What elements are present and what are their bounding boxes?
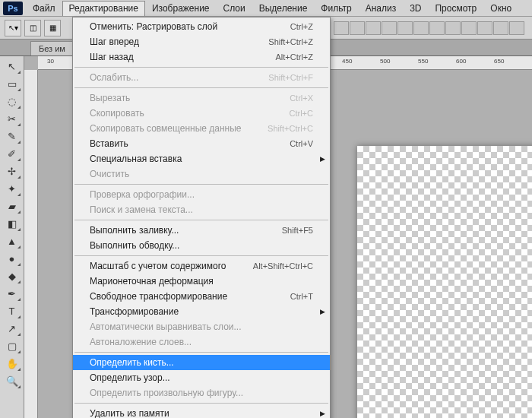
option-btn[interactable]: ▦ bbox=[44, 20, 61, 36]
align-btn[interactable] bbox=[509, 21, 524, 35]
document-tab[interactable]: Без им bbox=[30, 41, 74, 55]
align-btn[interactable] bbox=[493, 21, 508, 35]
menu-item[interactable]: Определить узор... bbox=[73, 370, 330, 385]
option-btn[interactable]: ◫ bbox=[24, 20, 41, 36]
tool-button[interactable]: ✐ bbox=[3, 145, 21, 162]
align-btn[interactable] bbox=[366, 21, 381, 35]
align-button-group bbox=[334, 21, 524, 35]
tool-button[interactable]: ↗ bbox=[3, 320, 21, 337]
tool-button[interactable]: ● bbox=[3, 250, 21, 267]
tool-button[interactable]: ✦ bbox=[3, 180, 21, 197]
menu-item-label: Отменить: Растрировать слой bbox=[90, 21, 217, 32]
toolbox: ↖▭◌✂✎✐✢✦▰◧▲●◆✒T↗▢✋🔍 bbox=[0, 56, 24, 418]
menu-выделение[interactable]: Выделение bbox=[252, 1, 315, 16]
tool-button[interactable]: 🔍 bbox=[3, 372, 21, 389]
menu-item-label: Вставить bbox=[90, 138, 128, 149]
align-btn[interactable] bbox=[382, 21, 397, 35]
menu-окно[interactable]: Окно bbox=[483, 1, 518, 16]
menu-слои[interactable]: Слои bbox=[217, 1, 252, 16]
menu-item[interactable]: Свободное трансформированиеCtrl+T bbox=[73, 289, 330, 304]
menu-item[interactable]: Выполнить заливку...Shift+F5 bbox=[73, 223, 330, 238]
tool-button[interactable]: ✢ bbox=[3, 163, 21, 179]
menu-shortcut: Shift+F5 bbox=[282, 226, 313, 235]
menu-shortcut: Ctrl+X bbox=[290, 93, 313, 103]
app-logo: Ps bbox=[3, 2, 23, 15]
menu-item[interactable]: Специальная вставка▶ bbox=[73, 151, 330, 166]
menu-файл[interactable]: Файл bbox=[26, 1, 62, 16]
document-canvas[interactable] bbox=[357, 146, 532, 418]
ruler-mark: 650 bbox=[494, 58, 504, 65]
menu-separator bbox=[74, 403, 328, 404]
menu-item[interactable]: Отменить: Растрировать слойCtrl+Z bbox=[73, 19, 330, 34]
tool-button[interactable]: ◌ bbox=[3, 93, 21, 109]
menu-item-label: Трансформирование bbox=[90, 306, 179, 317]
menu-shortcut: Alt+Ctrl+Z bbox=[275, 52, 313, 62]
menu-item-label: Определить узор... bbox=[90, 372, 170, 383]
menu-item: Автоналожение слоев... bbox=[73, 334, 330, 350]
menu-item-label: Шаг назад bbox=[90, 52, 134, 62]
tool-button[interactable]: ◆ bbox=[3, 268, 21, 284]
align-btn[interactable] bbox=[429, 21, 445, 35]
ruler-mark: 30 bbox=[47, 58, 54, 65]
menu-item: ВырезатьCtrl+X bbox=[73, 90, 330, 106]
tool-button[interactable]: ▲ bbox=[3, 233, 21, 249]
align-btn[interactable] bbox=[445, 21, 461, 35]
ruler-mark: 450 bbox=[342, 58, 352, 65]
menu-3d[interactable]: 3D bbox=[403, 1, 428, 16]
tool-button[interactable]: ✎ bbox=[3, 128, 21, 144]
menu-item[interactable]: Масштаб с учетом содержимогоAlt+Shift+Ct… bbox=[73, 258, 330, 274]
tool-button[interactable]: ▰ bbox=[3, 198, 21, 214]
menu-item[interactable]: Марионеточная деформация bbox=[73, 274, 330, 289]
menu-item-label: Масштаб с учетом содержимого bbox=[90, 261, 226, 271]
menu-shortcut: Alt+Shift+Ctrl+C bbox=[253, 261, 313, 271]
menu-item[interactable]: Определить кисть... bbox=[73, 355, 330, 370]
menu-item-label: Поиск и замена текста... bbox=[90, 204, 193, 215]
menu-item[interactable]: Шаг назадAlt+Ctrl+Z bbox=[73, 49, 330, 65]
menu-item[interactable]: Трансформирование▶ bbox=[73, 304, 330, 319]
tool-button[interactable]: ✒ bbox=[3, 285, 21, 302]
menu-item: Определить произвольную фигуру... bbox=[73, 385, 330, 401]
align-btn[interactable] bbox=[477, 21, 492, 35]
tool-button[interactable]: T bbox=[3, 302, 21, 319]
menu-item[interactable]: Шаг впередShift+Ctrl+Z bbox=[73, 34, 330, 49]
menu-просмотр[interactable]: Просмотр bbox=[428, 1, 483, 16]
menubar: Ps ФайлРедактированиеИзображениеСлоиВыде… bbox=[0, 0, 532, 17]
menu-item[interactable]: Выполнить обводку... bbox=[73, 238, 330, 253]
tool-button[interactable]: ✂ bbox=[3, 110, 21, 127]
menu-анализ[interactable]: Анализ bbox=[359, 1, 404, 16]
tool-button[interactable]: ✋ bbox=[3, 355, 21, 372]
tool-button[interactable]: ◧ bbox=[3, 215, 21, 232]
menu-item-label: Свободное трансформирование bbox=[90, 291, 227, 302]
align-btn[interactable] bbox=[334, 21, 349, 35]
ruler-mark: 600 bbox=[456, 58, 466, 65]
menu-изображение[interactable]: Изображение bbox=[145, 1, 217, 16]
menu-item-label: Ослабить... bbox=[90, 72, 138, 83]
menu-item-label: Специальная вставка bbox=[90, 154, 182, 164]
menu-item[interactable]: ВставитьCtrl+V bbox=[73, 136, 330, 151]
tool-button[interactable]: ▭ bbox=[3, 75, 21, 92]
menu-item: Очистить bbox=[73, 166, 330, 182]
ruler-vertical bbox=[24, 70, 38, 418]
align-btn[interactable] bbox=[461, 21, 477, 35]
align-btn[interactable] bbox=[350, 21, 365, 35]
menu-separator bbox=[74, 255, 328, 256]
menu-separator bbox=[74, 220, 328, 220]
submenu-arrow-icon: ▶ bbox=[320, 308, 325, 315]
menu-separator bbox=[74, 87, 328, 88]
menu-item-label: Очистить bbox=[90, 169, 129, 179]
menu-shortcut: Shift+Ctrl+Z bbox=[268, 37, 313, 46]
menu-item: СкопироватьCtrl+C bbox=[73, 106, 330, 121]
tool-button[interactable]: ▢ bbox=[3, 337, 21, 354]
tool-button[interactable]: ↖ bbox=[3, 58, 21, 74]
submenu-arrow-icon: ▶ bbox=[320, 410, 325, 417]
menu-item[interactable]: Удалить из памяти▶ bbox=[73, 406, 330, 418]
menu-shortcut: Ctrl+C bbox=[290, 109, 313, 118]
menu-item-label: Скопировать bbox=[90, 108, 144, 119]
align-btn[interactable] bbox=[397, 21, 413, 35]
align-btn[interactable] bbox=[413, 21, 429, 35]
menu-item-label: Вырезать bbox=[90, 93, 130, 103]
menu-редактирование[interactable]: Редактирование bbox=[62, 1, 145, 16]
menu-item-label: Удалить из памяти bbox=[90, 408, 169, 418]
tool-preset-icon[interactable]: ↖▾ bbox=[5, 20, 21, 36]
menu-фильтр[interactable]: Фильтр bbox=[314, 1, 358, 16]
